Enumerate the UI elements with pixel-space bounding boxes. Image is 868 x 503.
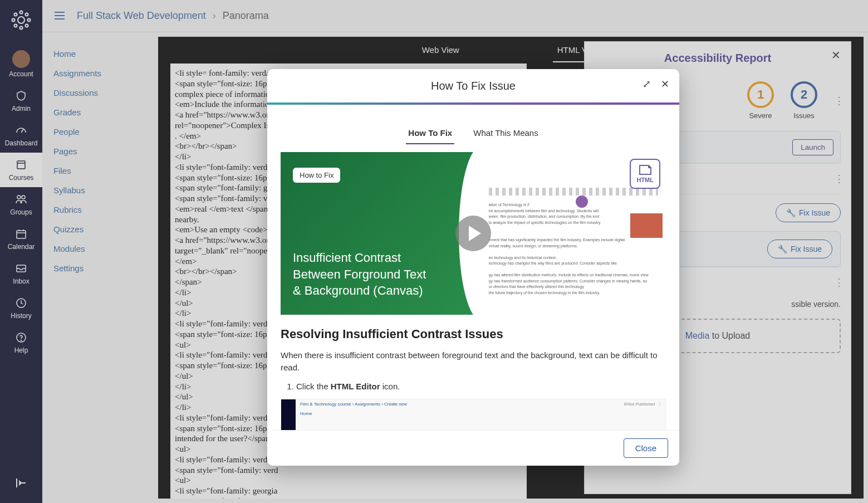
editor-screenshot: Film & Technology course › Assignments ›… <box>281 399 666 431</box>
video-chip: How to Fix <box>293 168 340 183</box>
course-nav-quizzes[interactable]: Quizzes <box>53 224 143 234</box>
course-nav-home[interactable]: Home <box>53 49 143 58</box>
panel-title: Accessibility Report <box>595 52 841 65</box>
svg-point-13 <box>22 196 25 199</box>
nav-calendar[interactable]: Calendar <box>0 222 42 256</box>
how-to-fix-modal: How To Fix Issue ⤢ ✕ How To Fix What Thi… <box>267 69 679 466</box>
nav-help[interactable]: Help <box>0 325 42 360</box>
course-nav-settings[interactable]: Settings <box>53 263 143 273</box>
play-icon <box>469 226 481 241</box>
breadcrumb: Full Stack Web Development › Panorama <box>77 10 269 22</box>
course-nav-pages[interactable]: Pages <box>53 146 143 156</box>
fix-issue-button[interactable]: 🔧 Fix Issue <box>776 203 841 222</box>
severe-count: 1 <box>747 81 774 108</box>
cursor-icon <box>576 196 588 208</box>
launch-button[interactable]: Launch <box>792 139 833 155</box>
more-icon[interactable]: ⋮ <box>834 276 841 289</box>
fake-toolbar <box>489 188 658 196</box>
course-nav-discussions[interactable]: Discussions <box>53 88 143 97</box>
html-badge: HTML <box>630 159 660 189</box>
nav-dashboard[interactable]: Dashboard <box>0 118 42 153</box>
tab-what-this-means[interactable]: What This Means <box>471 123 540 144</box>
svg-point-4 <box>28 19 31 22</box>
clock-icon <box>14 296 28 310</box>
svg-point-2 <box>20 27 23 30</box>
nav-admin[interactable]: Admin <box>0 84 42 118</box>
severity-issues: 2 Issues <box>791 81 817 120</box>
course-nav-assignments[interactable]: Assignments <box>53 69 143 78</box>
course-nav-modules[interactable]: Modules <box>53 244 143 253</box>
course-nav-syllabus[interactable]: Syllabus <box>53 185 143 195</box>
wrench-icon: 🔧 <box>786 208 796 217</box>
severity-severe: 1 Severe <box>747 81 774 120</box>
breadcrumb-bar: Full Stack Web Development › Panorama <box>42 0 868 32</box>
collapse-nav[interactable] <box>14 476 28 492</box>
svg-rect-10 <box>17 161 25 169</box>
nav-courses[interactable]: Courses <box>0 153 42 187</box>
svg-point-1 <box>20 11 23 14</box>
more-icon[interactable]: ⋮ <box>834 173 841 185</box>
help-icon <box>14 331 28 344</box>
svg-point-5 <box>14 13 17 16</box>
gauge-icon <box>14 124 28 137</box>
doc-preview-image <box>630 213 663 238</box>
course-nav-grades[interactable]: Grades <box>53 108 143 117</box>
more-icon[interactable]: ⋮ <box>834 95 841 107</box>
close-icon[interactable]: ✕ <box>661 78 669 90</box>
tab-web-view[interactable]: Web View <box>418 38 464 62</box>
menu-icon[interactable] <box>53 9 67 23</box>
course-nav-people[interactable]: People <box>53 127 143 136</box>
step-1: Click the HTML Editor icon. <box>296 382 666 391</box>
avatar <box>12 50 30 68</box>
close-button[interactable]: Close <box>624 438 668 458</box>
people-icon <box>14 193 28 206</box>
course-nav-rubrics[interactable]: Rubrics <box>53 205 143 214</box>
svg-rect-14 <box>17 231 26 238</box>
canvas-logo <box>8 7 35 33</box>
chevron-right-icon: › <box>213 10 216 22</box>
breadcrumb-course[interactable]: Full Stack Web Development <box>77 10 206 22</box>
svg-point-6 <box>26 13 28 16</box>
tab-how-to-fix[interactable]: How To Fix <box>406 123 454 144</box>
issues-count: 2 <box>791 81 817 108</box>
svg-point-12 <box>17 196 21 199</box>
mini-nav <box>281 399 296 431</box>
global-nav: Account Admin Dashboard Courses Groups C… <box>0 0 42 503</box>
nav-inbox[interactable]: Inbox <box>0 256 42 291</box>
course-nav: Home Assignments Discussions Grades Peop… <box>42 32 154 290</box>
nav-account[interactable]: Account <box>0 45 42 84</box>
play-button[interactable] <box>455 216 491 251</box>
fix-issue-button[interactable]: 🔧 Fix Issue <box>767 240 832 258</box>
course-nav-files[interactable]: Files <box>53 166 143 175</box>
svg-line-9 <box>21 129 23 133</box>
article-paragraph: When there is insufficient contrast betw… <box>281 349 666 374</box>
nav-history[interactable]: History <box>0 291 42 325</box>
modal-footer: Close <box>267 430 679 466</box>
modal-title: How To Fix Issue <box>431 80 516 92</box>
video-title: Insufficient Contrast Between Forground … <box>293 250 469 299</box>
breadcrumb-current: Panorama <box>223 10 269 22</box>
modal-tabs: How To Fix What This Means <box>281 123 666 144</box>
wrench-icon: 🔧 <box>778 245 787 253</box>
svg-point-7 <box>14 25 17 27</box>
svg-point-0 <box>18 17 24 23</box>
nav-groups[interactable]: Groups <box>0 187 42 222</box>
book-icon <box>14 158 28 172</box>
svg-point-3 <box>12 19 15 22</box>
video-thumbnail[interactable]: How to Fix Insufficient Contrast Between… <box>281 152 666 315</box>
shield-icon <box>14 89 28 102</box>
minimize-icon[interactable]: ⤢ <box>643 78 651 90</box>
svg-point-21 <box>21 340 22 341</box>
close-icon[interactable]: ✕ <box>831 48 841 62</box>
modal-header: How To Fix Issue ⤢ ✕ <box>267 69 679 102</box>
svg-point-8 <box>26 25 28 27</box>
inbox-icon <box>14 262 28 275</box>
calendar-icon <box>14 227 28 241</box>
article-heading: Resolving Insufficient Contrast Issues <box>281 327 666 341</box>
